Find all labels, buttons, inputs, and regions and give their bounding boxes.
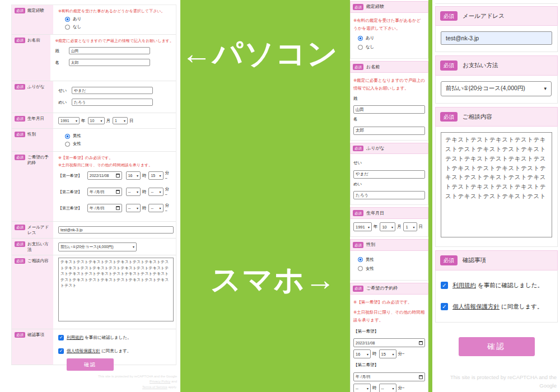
slot1-minute-select[interactable]: 15▾ xyxy=(148,171,163,180)
terms-checkbox[interactable]: ✓ xyxy=(441,282,448,289)
terms-link[interactable]: 利用規約 xyxy=(67,335,83,340)
radio-experience-no[interactable] xyxy=(358,45,363,50)
slot1-hour-select[interactable]: 16▾ xyxy=(353,349,371,358)
birth-day-select[interactable]: 1▾ xyxy=(113,117,128,124)
section-header-slots: 必須 ご希望の予約枠 xyxy=(350,283,428,295)
privacy-checkbox[interactable]: ✓ xyxy=(58,348,64,354)
field-note: ※【第一希望】のみ必須です。 xyxy=(58,155,174,161)
terms-of-service-link[interactable]: Terms of Service xyxy=(142,385,167,389)
slot2-date-input[interactable]: 年 /月/日 xyxy=(87,188,122,196)
radio-experience-no[interactable] xyxy=(65,25,70,30)
field-label: ふりがな xyxy=(27,84,45,90)
birth-month-select[interactable]: 10▾ xyxy=(88,117,105,124)
slot2-hour-select[interactable]: --▾ xyxy=(126,188,141,196)
payment-select[interactable]: 前払い①|20分コース(4,000円)▾ xyxy=(441,81,552,96)
slot3-minute-select[interactable]: --▾ xyxy=(148,204,163,212)
green-background: ←パソコン スマホ→ xyxy=(180,0,350,392)
email-input[interactable] xyxy=(441,31,552,45)
last-kana-input[interactable] xyxy=(353,170,425,179)
section-header-gender: 必須 性別 xyxy=(350,239,428,251)
pc-view: 必須 鑑定経験 ※有料の鑑定を受けた事があるかどうかを選択して下さい。 あり な… xyxy=(0,0,180,392)
sub-label: めい xyxy=(58,100,72,105)
slot3-hour-select[interactable]: --▾ xyxy=(126,204,141,212)
terms-checkbox[interactable]: ✓ xyxy=(58,335,64,340)
field-note: ※土日祝祭日に限り、その他の時間相談を承ります。 xyxy=(58,162,174,168)
radio-label: 男性 xyxy=(73,133,81,139)
radio-male[interactable] xyxy=(358,257,363,262)
privacy-policy-link[interactable]: Privacy Policy xyxy=(150,380,170,383)
radio-female[interactable] xyxy=(65,142,70,147)
sub-label: せい xyxy=(58,88,72,94)
last-kana-input[interactable] xyxy=(72,87,153,94)
terms-link[interactable]: 利用規約 xyxy=(452,282,476,288)
chevron-down-icon: ▾ xyxy=(544,86,547,91)
section-header-experience: 必須 鑑定経験 xyxy=(350,1,428,13)
section-header-name: 必須 お名前 xyxy=(350,61,428,73)
chevron-down-icon: ▾ xyxy=(76,119,77,123)
section-header-birthday: 必須 生年月日 xyxy=(350,207,428,219)
section-remnant xyxy=(435,0,558,4)
radio-experience-yes[interactable] xyxy=(65,17,70,22)
consultation-textarea[interactable]: テキストテストテキストテストテキストテストテキストテストテキストテストテキストテ… xyxy=(441,132,552,237)
slot1-date-input[interactable]: 2022/11/08 xyxy=(87,171,122,180)
slot1-minute-select[interactable]: 15▾ xyxy=(379,349,396,358)
privacy-policy-link[interactable]: 個人情報保護方針 xyxy=(452,303,500,310)
slot1-date-input[interactable]: 2022/11/08 xyxy=(353,338,425,347)
slot3-date-input[interactable]: 年 /月/日 xyxy=(87,204,122,212)
required-badge: 必須 xyxy=(15,38,25,43)
field-label: 性別 xyxy=(366,242,375,248)
first-kana-input[interactable] xyxy=(72,99,153,106)
radio-experience-yes[interactable] xyxy=(358,36,363,41)
email-input[interactable] xyxy=(58,226,174,234)
sub-label: 姓 xyxy=(55,48,69,54)
slot1-hour-select[interactable]: 16▾ xyxy=(126,171,141,180)
birth-year-select[interactable]: 1991▾ xyxy=(353,222,372,231)
required-badge: 必須 xyxy=(15,155,25,160)
radio-label: あり xyxy=(73,16,81,22)
radio-male[interactable] xyxy=(65,134,70,139)
birth-day-select[interactable]: 1▾ xyxy=(403,222,417,231)
smartphone-view-top: 必須 鑑定経験 ※有料の鑑定を受けた事があるかどうかを選択して下さい。 あり な… xyxy=(350,0,428,392)
field-label: 生年月日 xyxy=(366,211,384,216)
field-note: ※有料の鑑定を受けた事があるかどうかを選択して下さい。 xyxy=(353,17,425,33)
required-badge: 必須 xyxy=(353,210,363,216)
privacy-checkbox[interactable]: ✓ xyxy=(441,303,448,310)
slot2-minute-select[interactable]: --▾ xyxy=(379,384,396,392)
consultation-textarea[interactable]: テキストテストテキストテストテキストテストテキストテストテキストテストテキストテ… xyxy=(58,258,174,321)
pc-form-table: 必須 鑑定経験 ※有料の鑑定を受けた事があるかどうかを選択して下さい。 あり な… xyxy=(11,4,176,365)
calendar-icon xyxy=(116,206,120,210)
field-label: メールアドレス xyxy=(463,12,505,20)
unit-label: 分~ xyxy=(165,170,171,181)
sub-label: めい xyxy=(353,181,425,187)
green-divider xyxy=(428,0,432,392)
field-label: ご希望の予約枠 xyxy=(366,286,398,291)
birth-year-select[interactable]: 1991▾ xyxy=(58,117,80,124)
slot2-hour-select[interactable]: --▾ xyxy=(353,384,371,392)
privacy-policy-link[interactable]: 個人情報保護方針 xyxy=(67,348,100,353)
required-badge: 必須 xyxy=(15,84,25,90)
chevron-down-icon: ▾ xyxy=(392,386,394,390)
last-name-input[interactable] xyxy=(69,47,150,54)
slot2-date-input[interactable]: 年 /月/日 xyxy=(353,372,425,381)
required-badge: 必須 xyxy=(15,8,25,13)
birth-month-select[interactable]: 10▾ xyxy=(380,222,395,231)
field-label: お名前 xyxy=(366,64,380,70)
required-badge: 必須 xyxy=(15,332,25,338)
payment-select[interactable]: 前払い①|20分コース(4,000円)▾ xyxy=(58,242,137,251)
radio-female[interactable] xyxy=(358,266,363,271)
confirm-button[interactable]: 確認 xyxy=(459,337,535,356)
first-kana-input[interactable] xyxy=(353,191,425,199)
last-name-input[interactable] xyxy=(353,105,425,114)
confirm-button[interactable]: 確認 xyxy=(67,358,114,371)
comparison-screenshot: 必須 鑑定経験 ※有料の鑑定を受けた事があるかどうかを選択して下さい。 あり な… xyxy=(0,0,560,392)
slot-label: 【第一希望】 xyxy=(58,173,87,179)
chevron-down-icon: ▾ xyxy=(160,206,161,210)
first-name-input[interactable] xyxy=(69,59,150,66)
unit-label: 日 xyxy=(129,118,134,124)
chevron-down-icon: ▾ xyxy=(392,352,394,356)
field-label-cell: 必須 鑑定経験 xyxy=(12,5,53,34)
chevron-down-icon: ▾ xyxy=(160,190,161,194)
slot2-minute-select[interactable]: --▾ xyxy=(148,188,163,196)
chevron-down-icon: ▾ xyxy=(367,386,368,390)
first-name-input[interactable] xyxy=(353,127,425,135)
